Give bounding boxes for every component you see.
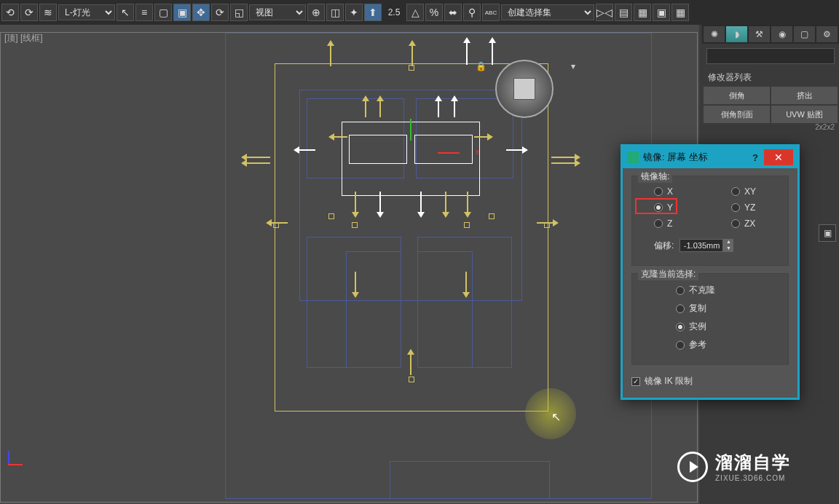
- watermark-brand: 溜溜自学: [715, 451, 791, 474]
- checkbox-mirror-ik[interactable]: 镜像 IK 限制: [631, 372, 789, 390]
- radio-zx[interactable]: ZX: [717, 216, 771, 232]
- upload-icon[interactable]: ⬆: [364, 4, 382, 21]
- radio-instance[interactable]: 实例: [639, 318, 781, 336]
- coord-select[interactable]: 视图: [249, 4, 306, 20]
- viewport[interactable]: x: [0, 32, 698, 503]
- btn-uvw[interactable]: UVW 贴图: [771, 106, 838, 123]
- schematic-icon[interactable]: ▣: [653, 4, 670, 21]
- modifier-list-label[interactable]: 修改器列表: [702, 68, 839, 87]
- abc-icon[interactable]: ABC: [482, 4, 500, 21]
- btn-chamfer[interactable]: 倒角: [704, 87, 770, 104]
- link-icon[interactable]: ⟲: [1, 4, 19, 21]
- selection-set[interactable]: 创建选择集: [501, 4, 594, 20]
- object-name-input[interactable]: [706, 48, 835, 64]
- radio-xy[interactable]: XY: [717, 184, 771, 200]
- radio-copy[interactable]: 复制: [639, 299, 781, 318]
- offset-input[interactable]: [680, 239, 723, 252]
- mirror-icon[interactable]: ▷◁: [596, 4, 613, 21]
- offset-down-icon[interactable]: ▼: [723, 245, 733, 252]
- rotate-icon[interactable]: ⟳: [211, 4, 229, 21]
- group-mirror-axis: 镜像轴: X Y Z XY YZ ZX 偏移:: [631, 176, 789, 266]
- tab-motion[interactable]: ◉: [771, 26, 792, 42]
- keyframe-icon[interactable]: ⚲: [463, 4, 481, 21]
- select-sub-icon[interactable]: ◫: [326, 4, 344, 21]
- group-clone: 克隆当前选择: 不克隆 复制 实例 参考: [631, 273, 789, 365]
- play-icon: [677, 452, 708, 482]
- graph-icon[interactable]: ▦: [671, 4, 689, 21]
- viewport-area: [顶] [线框] x: [0, 25, 699, 504]
- tab-create[interactable]: ✺: [704, 26, 725, 42]
- radio-reference[interactable]: 参考: [639, 336, 781, 354]
- numeric-display: 2.5: [383, 7, 405, 17]
- radio-z[interactable]: Z: [639, 216, 688, 232]
- dialog-help-button[interactable]: ?: [747, 149, 764, 165]
- btn-chamfer-profile[interactable]: 倒角剖面: [704, 106, 770, 123]
- radio-yz[interactable]: YZ: [717, 200, 771, 216]
- offset-spinner[interactable]: ▲ ▼: [680, 239, 733, 252]
- radio-x[interactable]: X: [639, 184, 688, 200]
- unlink-icon[interactable]: ⟳: [20, 4, 38, 21]
- snap-toggle-icon[interactable]: ✦: [345, 4, 363, 21]
- tab-hierarchy[interactable]: ⚒: [749, 26, 770, 42]
- layer-select[interactable]: L-灯光: [58, 4, 115, 20]
- viewcube-menu-icon[interactable]: ▾: [571, 61, 575, 71]
- spinner-snap-icon[interactable]: ⬌: [444, 4, 462, 21]
- offset-up-icon[interactable]: ▲: [723, 239, 733, 245]
- dialog-app-icon: [627, 151, 639, 163]
- window-select-icon[interactable]: ▢: [154, 4, 172, 21]
- align-icon[interactable]: ▤: [615, 4, 632, 21]
- watermark-url: ZIXUE.3D66.COM: [715, 474, 791, 482]
- cursor-icon[interactable]: ↖: [117, 4, 134, 21]
- viewcube[interactable]: [495, 60, 554, 118]
- crossing-select-icon[interactable]: ▣: [173, 4, 191, 21]
- main-toolbar: ⟲ ⟳ ≋ L-灯光 ↖ ≡ ▢ ▣ ✥ ⟳ ◱ 视图 ⊕ ◫ ✦ ⬆ 2.5 …: [0, 0, 839, 25]
- lock-icon[interactable]: 🔒: [476, 61, 487, 71]
- watermark: 溜溜自学 ZIXUE.3D66.COM: [677, 451, 791, 482]
- percent-snap-icon[interactable]: %: [425, 4, 443, 21]
- radio-y[interactable]: Y: [639, 200, 688, 216]
- pivot-icon[interactable]: ⊕: [307, 4, 325, 21]
- cursor-icon: ↖: [551, 410, 561, 424]
- dialog-title: 镜像: 屏幕 坐标: [643, 151, 708, 164]
- radio-noclone[interactable]: 不克隆: [639, 281, 781, 299]
- scale-icon[interactable]: ◱: [230, 4, 248, 21]
- tab-display[interactable]: ▢: [794, 26, 815, 42]
- filter-icon[interactable]: ≡: [135, 4, 153, 21]
- mirror-dialog: 镜像: 屏幕 坐标 ? ✕ 镜像轴: X Y Z XY YZ ZX: [621, 144, 800, 400]
- dialog-close-button[interactable]: ✕: [764, 149, 793, 165]
- axis-indicator: [8, 444, 30, 465]
- tab-utilities[interactable]: ⚙: [816, 26, 838, 42]
- btn-extrude[interactable]: 挤出: [771, 87, 838, 104]
- axis-x-label: x: [476, 148, 479, 156]
- toggle-icon[interactable]: ▣: [819, 224, 836, 242]
- move-icon[interactable]: ✥: [192, 4, 210, 21]
- layers-icon[interactable]: ▦: [634, 4, 651, 21]
- wave-icon[interactable]: ≋: [39, 4, 57, 21]
- tab-modify[interactable]: ◗: [726, 26, 747, 42]
- offset-label: 偏移:: [654, 240, 674, 252]
- angle-snap-icon[interactable]: △: [406, 4, 424, 21]
- grid-label: 2x2x2: [702, 123, 839, 131]
